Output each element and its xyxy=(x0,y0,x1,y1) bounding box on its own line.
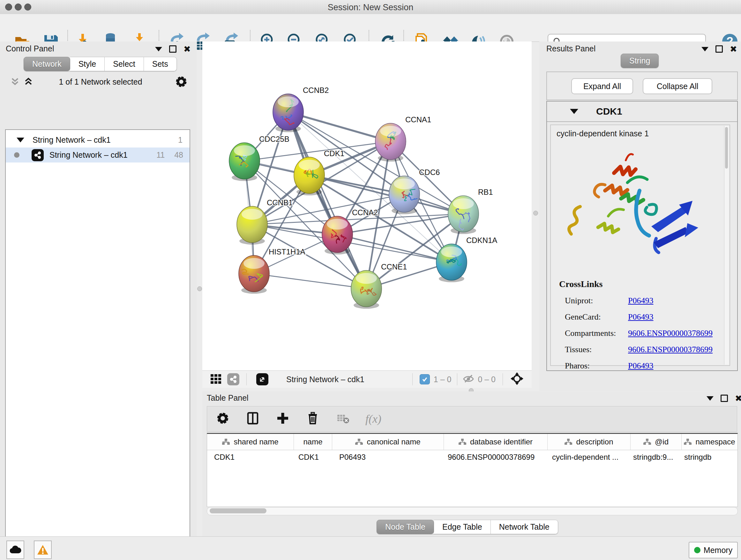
collection-expand-icon[interactable] xyxy=(17,138,24,142)
network-visibility-dot[interactable] xyxy=(14,152,19,158)
network-node[interactable]: RB1 xyxy=(448,188,493,234)
expand-all-button[interactable]: Expand All xyxy=(571,78,633,94)
protein-structure-image xyxy=(560,143,711,270)
cell-canonical-name[interactable]: P06493 xyxy=(332,450,444,465)
right-splitter-handle[interactable] xyxy=(533,211,538,215)
network-node[interactable]: CCNE1 xyxy=(351,262,407,309)
column-header[interactable]: canonical name xyxy=(332,434,444,450)
column-header[interactable]: database identifier xyxy=(444,434,548,450)
node-label: CDC6 xyxy=(419,168,440,177)
network-label: String Network – cdk1 xyxy=(50,150,128,160)
open-in-browser-icon[interactable] xyxy=(256,373,268,385)
column-header[interactable]: @id xyxy=(630,434,682,450)
network-share-icon[interactable] xyxy=(227,373,239,385)
tab-edge-table[interactable]: Edge Table xyxy=(434,520,491,534)
table-panel-close-icon[interactable]: ✖ xyxy=(735,395,741,401)
network-node[interactable]: CCNB1 xyxy=(237,198,293,245)
gene-collapse-icon[interactable] xyxy=(570,109,578,114)
gene-details: cyclin-dependent kinase 1 xyxy=(550,125,730,366)
crosslinks-title: CrossLinks xyxy=(559,279,603,289)
control-panel-float-icon[interactable] xyxy=(169,45,177,53)
gene-section-header[interactable]: CDK1 xyxy=(547,102,737,122)
network-node[interactable]: CDKN1A xyxy=(436,236,497,282)
cell-namespace[interactable]: stringdb xyxy=(682,450,738,465)
cell-description[interactable]: cyclin-dependent ... xyxy=(548,450,630,465)
hidden-count: 0 – 0 xyxy=(478,375,495,384)
results-panel-float-icon[interactable] xyxy=(716,45,723,53)
network-node-count: 11 xyxy=(156,150,165,160)
birdseye-grid-icon[interactable] xyxy=(209,372,222,386)
table-settings-gear-icon[interactable] xyxy=(215,411,230,427)
gene-details-scrollbar[interactable] xyxy=(724,126,729,365)
network-row-selected[interactable]: String Network – cdk1 11 48 xyxy=(6,147,190,163)
node-table[interactable]: shared name name canonical name database… xyxy=(207,433,738,507)
network-collection-row[interactable]: String Network – cdk1 1 xyxy=(6,132,190,147)
results-panel-close-icon[interactable]: ✖ xyxy=(730,46,737,52)
node-label: CCNA2 xyxy=(352,208,378,217)
warning-status-button[interactable] xyxy=(34,541,52,559)
crosslink-label: Tissues: xyxy=(565,341,616,358)
tab-network[interactable]: Network xyxy=(23,57,70,71)
control-panel: Control Panel ✖ Network Style Select Set… xyxy=(0,42,197,537)
cell-id[interactable]: stringdb:9... xyxy=(630,450,682,465)
network-edge-count: 48 xyxy=(174,150,183,160)
column-header[interactable]: shared name xyxy=(207,434,294,450)
column-header[interactable]: namespace xyxy=(682,434,738,450)
tab-sets[interactable]: Sets xyxy=(144,57,177,71)
cloud-icon xyxy=(9,545,21,555)
tab-network-table[interactable]: Network Table xyxy=(491,520,558,534)
cloud-status-button[interactable] xyxy=(6,541,24,559)
network-canvas[interactable]: CCNB2CCNA1CDC25BCDK1CDC6RB1CCNB1CCNA2CDK… xyxy=(202,42,532,370)
add-column-icon[interactable] xyxy=(275,411,290,427)
network-selection-status: 1 of 1 Network selected xyxy=(48,77,153,86)
node-label: CCNB2 xyxy=(303,86,329,95)
tab-string[interactable]: String xyxy=(621,54,659,68)
expand-all-networks-icon[interactable] xyxy=(23,76,34,88)
table-panel-menu-icon[interactable] xyxy=(706,396,714,401)
crosslink-tissues[interactable]: 9606.ENSP00000378699 xyxy=(628,341,713,358)
network-tree: String Network – cdk1 1 String Network –… xyxy=(5,129,190,560)
table-panel-float-icon[interactable] xyxy=(721,395,728,402)
table-row[interactable]: CDK1 CDK1 P06493 9606.ENSP00000378699 cy… xyxy=(207,450,738,465)
control-panel-close-icon[interactable]: ✖ xyxy=(184,46,191,52)
function-builder-icon[interactable]: f(x) xyxy=(365,412,381,426)
crosslink-compartments[interactable]: 9606.ENSP00000378699 xyxy=(628,325,713,341)
scrollbar-thumb[interactable] xyxy=(210,508,266,513)
tab-node-table[interactable]: Node Table xyxy=(377,520,434,534)
string-network-graph[interactable]: CCNB2CCNA1CDC25BCDK1CDC6RB1CCNB1CCNA2CDK… xyxy=(202,42,532,370)
node-label: RB1 xyxy=(478,188,493,196)
tab-style[interactable]: Style xyxy=(70,57,105,71)
results-panel-menu-icon[interactable] xyxy=(701,47,709,51)
delete-column-icon[interactable] xyxy=(306,411,320,427)
cell-shared-name[interactable]: CDK1 xyxy=(207,450,294,465)
control-panel-menu-icon[interactable] xyxy=(155,47,162,51)
tab-select[interactable]: Select xyxy=(105,57,144,71)
table-horizontal-scrollbar[interactable] xyxy=(207,507,738,515)
crosslinks-values: P06493 P06493 9606.ENSP00000378699 9606.… xyxy=(628,293,713,374)
left-splitter-handle[interactable] xyxy=(197,287,202,291)
collapse-all-button[interactable]: Collapse All xyxy=(643,78,712,94)
selected-count: 1 – 0 xyxy=(434,375,452,384)
network-node[interactable]: HIST1H1A xyxy=(239,247,306,294)
selected-nodes-checkbox-icon[interactable] xyxy=(420,374,430,384)
results-gene-panel: CDK1 cyclin-dependent kinase 1 xyxy=(546,101,738,371)
network-options-gear-icon[interactable] xyxy=(174,75,188,90)
node-label: CCNB1 xyxy=(267,198,293,207)
network-node[interactable]: CCNB2 xyxy=(273,86,329,132)
crosslink-genecard[interactable]: P06493 xyxy=(628,309,713,325)
cell-database-identifier[interactable]: 9606.ENSP00000378699 xyxy=(444,450,548,465)
crosslink-uniprot[interactable]: P06493 xyxy=(628,293,713,309)
fit-selected-move-icon[interactable] xyxy=(510,372,524,387)
network-node[interactable]: CDK1 xyxy=(294,149,344,195)
show-column-icon[interactable] xyxy=(246,411,260,427)
hidden-nodes-eye-icon[interactable] xyxy=(462,373,475,385)
cell-name[interactable]: CDK1 xyxy=(294,450,332,465)
column-header[interactable]: description xyxy=(548,434,630,450)
collapse-all-networks-icon[interactable] xyxy=(10,76,20,88)
column-header[interactable]: name xyxy=(294,434,332,450)
delete-table-icon[interactable] xyxy=(335,411,350,427)
crosslink-pharos[interactable]: P06493 xyxy=(628,358,713,374)
network-node[interactable]: CDC25B xyxy=(229,135,289,181)
collection-count: 1 xyxy=(178,135,183,145)
memory-button[interactable]: Memory xyxy=(689,542,738,558)
